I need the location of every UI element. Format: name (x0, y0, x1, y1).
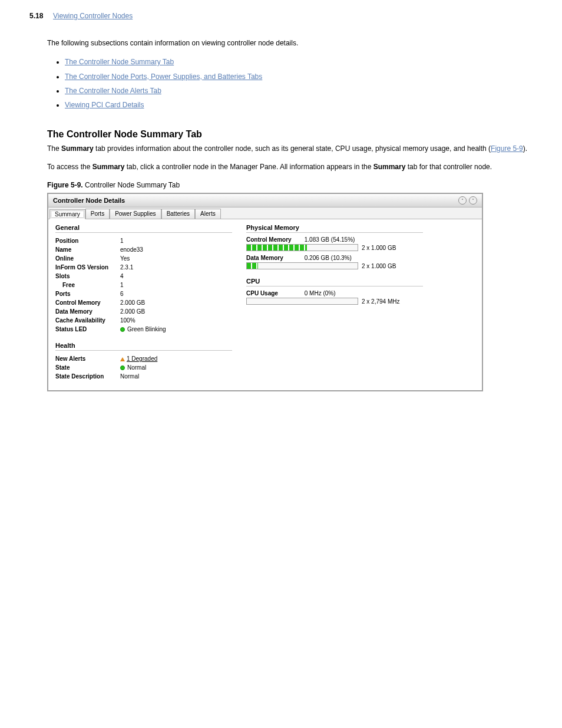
general-key: Free (55, 281, 120, 289)
text-fragment: To access the (47, 163, 92, 171)
cpu-usage-row: CPU Usage 0 MHz (0%) (246, 290, 423, 297)
right-column: Physical Memory Control Memory 1.083 GB … (246, 224, 423, 381)
general-value: Yes (120, 254, 130, 263)
general-key: InForm OS Version (55, 263, 120, 272)
health-heading: Health (55, 342, 232, 351)
toc-link-2[interactable]: The Controller Node Alerts Tab (65, 87, 161, 95)
general-value-text: 1 (120, 238, 124, 244)
text-bold: Summary (92, 163, 125, 171)
collapse-icon[interactable]: ˄ (458, 196, 467, 205)
toc-item: The Controller Node Summary Tab (65, 56, 533, 68)
general-row: Nameenode33 (55, 245, 232, 254)
data-memory-bar-row: 2 x 1.000 GB (246, 262, 423, 269)
data-memory-fill (247, 263, 258, 269)
text-fragment: The (47, 144, 61, 153)
cpu-heading: CPU (246, 278, 423, 286)
general-value-text: 2.000 GB (120, 308, 145, 315)
general-key: Name (55, 245, 120, 254)
control-memory-fill (247, 245, 307, 251)
paragraph-2: To access the Summary tab, click a contr… (29, 162, 533, 173)
general-key: Status LED (55, 325, 120, 334)
cpu-bar (246, 298, 358, 305)
toc-item: The Controller Node Alerts Tab (65, 85, 533, 97)
figure-title: Controller Node Summary Tab (85, 181, 180, 189)
value-control-memory: 1.083 GB (54.15%) (305, 236, 355, 243)
value-data-memory: 0.206 GB (10.3%) (305, 255, 352, 261)
text-fragment: tab provides information about the contr… (94, 144, 491, 153)
tab-alerts[interactable]: Alerts (195, 209, 221, 219)
tab-batteries[interactable]: Batteries (161, 209, 195, 219)
data-memory-bar (246, 262, 358, 269)
tab-power-supplies[interactable]: Power Supplies (110, 209, 161, 219)
data-memory-right: 2 x 1.000 GB (362, 263, 396, 269)
general-key: Ports (55, 289, 120, 298)
general-value: 6 (120, 289, 124, 298)
expand-icon[interactable]: ˅ (469, 196, 477, 205)
figure-caption: Figure 5-9. Controller Node Summary Tab (47, 181, 533, 189)
page-number: 5.18 (29, 12, 43, 20)
general-value: 2.000 GB (120, 298, 145, 307)
general-row: Control Memory2.000 GB (55, 298, 232, 307)
value-new-alerts: 1 Degraded (120, 354, 157, 363)
general-key: Slots (55, 272, 120, 281)
toc-link-0[interactable]: The Controller Node Summary Tab (65, 58, 174, 66)
control-memory-bar (246, 244, 358, 251)
label-data-memory: Data Memory (246, 255, 303, 261)
general-value: 4 (120, 272, 124, 281)
control-memory-right: 2 x 1.000 GB (362, 245, 396, 251)
figure-label: Figure 5-9. (47, 181, 83, 189)
toc-item: Viewing PCI Card Details (65, 99, 533, 111)
panel-title: Controller Node Details (53, 197, 125, 204)
text-fragment: ). (523, 144, 527, 153)
status-dot-icon (120, 365, 125, 370)
general-key: Data Memory (55, 307, 120, 316)
general-heading: General (55, 224, 232, 233)
general-value: 2.3.1 (120, 263, 133, 272)
panel-header-icons: ˄ ˅ (458, 196, 477, 205)
value-state-desc: Normal (120, 372, 139, 381)
general-value-text: 2.000 GB (120, 299, 145, 306)
label-state-desc: State Description (55, 372, 120, 381)
left-column: General Position1Nameenode33OnlineYesInF… (55, 224, 232, 381)
general-key: Cache Availability (55, 316, 120, 325)
general-key: Position (55, 236, 120, 245)
general-row: InForm OS Version2.3.1 (55, 263, 232, 272)
panel-body: General Position1Nameenode33OnlineYesInF… (48, 219, 482, 390)
phys-mem-heading: Physical Memory (246, 224, 423, 233)
section-heading: The Controller Node Summary Tab (47, 129, 533, 140)
screenshot-panel: Controller Node Details ˄ ˅ Summary Port… (47, 193, 483, 391)
intro-text: The following subsections contain inform… (29, 38, 533, 49)
alerts-link[interactable]: 1 Degraded (127, 355, 157, 362)
general-value: enode33 (120, 245, 143, 254)
health-new-alerts: New Alerts 1 Degraded (55, 354, 232, 363)
general-key: Online (55, 254, 120, 263)
flag-icon (120, 357, 125, 361)
general-value-text: 100% (120, 317, 135, 324)
general-value: 2.000 GB (120, 307, 145, 316)
cpu-right: 2 x 2,794 MHz (362, 298, 399, 305)
general-row: Cache Availability100% (55, 316, 232, 325)
toc-bullets: The Controller Node Summary Tab The Cont… (29, 56, 533, 111)
tab-summary[interactable]: Summary (49, 209, 85, 219)
page-header-link[interactable]: Viewing Controller Nodes (53, 12, 133, 20)
paragraph-1: The Summary tab provides information abo… (29, 143, 533, 154)
general-value: 1 (120, 236, 124, 245)
general-row: Position1 (55, 236, 232, 245)
general-value-text: Yes (120, 255, 130, 262)
figure-ref-link[interactable]: Figure 5-9 (491, 144, 523, 153)
general-row: OnlineYes (55, 254, 232, 263)
control-memory-bar-row: 2 x 1.000 GB (246, 244, 423, 251)
text-fragment: tab, click a controller node in the Mana… (124, 163, 373, 171)
page-header: 5.18 Viewing Controller Nodes (29, 12, 533, 20)
label-cpu-usage: CPU Usage (246, 290, 303, 297)
health-state: State Normal (55, 363, 232, 372)
general-row: Slots4 (55, 272, 232, 281)
general-value-text: 6 (120, 291, 124, 297)
general-row: Ports6 (55, 289, 232, 298)
toc-link-3[interactable]: Viewing PCI Card Details (65, 101, 144, 109)
toc-link-1[interactable]: The Controller Node Ports, Power Supplie… (65, 73, 262, 81)
control-memory-row: Control Memory 1.083 GB (54.15%) (246, 236, 423, 243)
tab-ports[interactable]: Ports (85, 209, 110, 219)
text-bold: Summary (373, 163, 406, 171)
general-value: 100% (120, 316, 135, 325)
